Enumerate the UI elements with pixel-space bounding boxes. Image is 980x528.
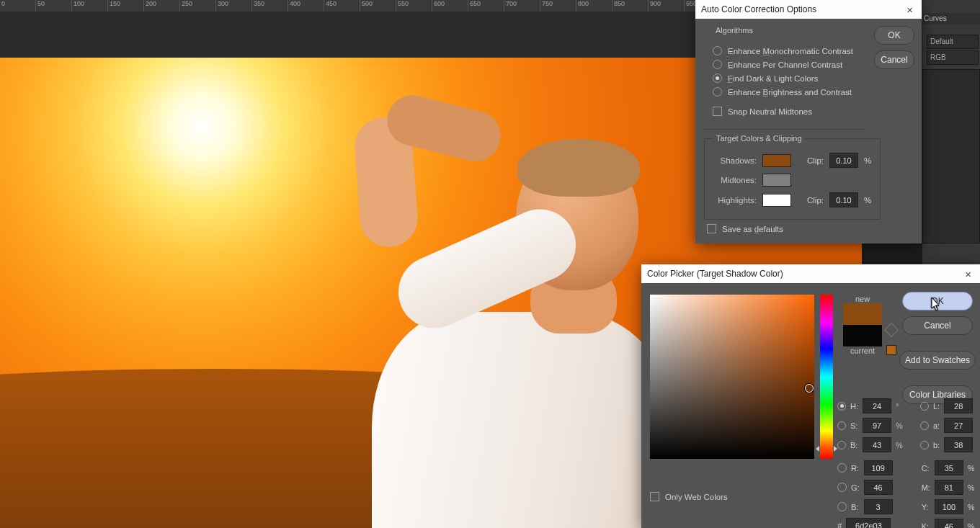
curves-preset-select[interactable]: Default bbox=[927, 35, 979, 49]
color-values-hsb-lab: H:° L: S:% a: B:% b: bbox=[837, 398, 973, 452]
ruler-tick: 700 bbox=[504, 0, 540, 12]
picker-titlebar[interactable]: Color Picker (Target Shadow Color) × bbox=[641, 264, 980, 283]
color-picker-dialog: Color Picker (Target Shadow Color) × new… bbox=[641, 264, 980, 528]
radio-blab[interactable] bbox=[920, 441, 929, 449]
save-defaults-label: Save as defaults bbox=[722, 225, 783, 233]
l-input[interactable] bbox=[944, 398, 973, 413]
radio-a[interactable] bbox=[920, 421, 929, 430]
ruler-tick: 600 bbox=[432, 0, 468, 12]
ruler-tick: 50 bbox=[36, 0, 72, 12]
shadows-swatch[interactable] bbox=[762, 154, 791, 167]
bv-input[interactable] bbox=[863, 437, 891, 452]
clip-label: Clip: bbox=[807, 156, 824, 165]
only-web-checkbox[interactable] bbox=[650, 492, 659, 501]
blab-input[interactable] bbox=[944, 437, 973, 452]
current-color-swatch[interactable] bbox=[843, 325, 882, 346]
bc-input[interactable] bbox=[864, 499, 893, 514]
cancel-button[interactable]: Cancel bbox=[902, 316, 973, 335]
auto-color-title: Auto Color Correction Options bbox=[701, 4, 816, 14]
highlights-label: Highlights: bbox=[713, 196, 757, 205]
picker-title: Color Picker (Target Shadow Color) bbox=[647, 269, 783, 279]
snap-midtones-label: Snap Neutral Midtones bbox=[728, 107, 812, 116]
hex-input[interactable] bbox=[846, 518, 891, 528]
targets-legend: Target Colors & Clipping bbox=[713, 134, 805, 143]
opt-perchan-label: Enhance Per Channel Contrast bbox=[728, 61, 842, 69]
r-input[interactable] bbox=[864, 460, 893, 475]
curves-channel-select[interactable]: RGB bbox=[927, 50, 979, 65]
auto-color-dialog: Auto Color Correction Options × OK Cance… bbox=[695, 0, 922, 243]
radio-s[interactable] bbox=[837, 421, 846, 430]
radio-brightness[interactable] bbox=[713, 87, 722, 97]
s-input[interactable] bbox=[863, 418, 891, 433]
auto-color-titlebar[interactable]: Auto Color Correction Options × bbox=[695, 0, 922, 19]
algorithms-legend: Algorithms bbox=[713, 26, 756, 35]
opt-find-label: Find Dark & Light Colors bbox=[728, 74, 818, 83]
hash-label: # bbox=[837, 522, 842, 529]
k-input[interactable] bbox=[935, 519, 963, 528]
radio-l[interactable] bbox=[920, 402, 929, 411]
radio-bc[interactable] bbox=[837, 502, 847, 511]
ruler-tick: 850 bbox=[612, 0, 649, 12]
opt-mono-label: Enhance Monochromatic Contrast bbox=[728, 47, 853, 55]
clip-label-2: Clip: bbox=[807, 196, 824, 205]
g-input[interactable] bbox=[864, 480, 893, 495]
curves-graph[interactable] bbox=[922, 69, 980, 243]
radio-g[interactable] bbox=[837, 483, 847, 492]
ruler-tick: 300 bbox=[216, 0, 252, 12]
m-input[interactable] bbox=[935, 480, 963, 495]
midtones-label: Midtones: bbox=[713, 176, 757, 184]
ruler-tick: 900 bbox=[649, 0, 685, 12]
midtones-swatch[interactable] bbox=[762, 174, 791, 187]
ruler-tick: 500 bbox=[360, 0, 396, 12]
radio-h[interactable] bbox=[837, 402, 846, 411]
saturation-brightness-field[interactable] bbox=[650, 295, 814, 459]
opt-bright-label: Enhance Brightness and Contrast bbox=[728, 88, 852, 97]
c-input[interactable] bbox=[935, 460, 963, 475]
cancel-button[interactable]: Cancel bbox=[874, 50, 914, 69]
ruler-tick: 150 bbox=[108, 0, 144, 12]
ruler-tick: 400 bbox=[288, 0, 324, 12]
radio-r[interactable] bbox=[837, 463, 847, 473]
clip-highlights-input[interactable] bbox=[829, 192, 858, 207]
close-icon[interactable]: × bbox=[904, 4, 916, 16]
hue-arrow-left-icon bbox=[816, 446, 819, 452]
add-to-swatches-button[interactable]: Add to Swatches bbox=[899, 351, 976, 370]
ok-button[interactable]: OK bbox=[874, 26, 914, 45]
a-input[interactable] bbox=[944, 418, 973, 433]
radio-b[interactable] bbox=[837, 441, 846, 449]
pct-label-2: % bbox=[864, 196, 871, 205]
radio-mono[interactable] bbox=[713, 46, 722, 55]
only-web-label: Only Web Colors bbox=[665, 493, 728, 501]
shadows-label: Shadows: bbox=[713, 156, 757, 165]
ruler-tick: 250 bbox=[180, 0, 216, 12]
clip-shadows-input[interactable] bbox=[829, 153, 858, 168]
ruler-tick: 350 bbox=[252, 0, 288, 12]
curves-panel-tab[interactable]: Curves bbox=[919, 13, 980, 24]
close-icon[interactable]: × bbox=[962, 268, 974, 280]
gamut-warning-icon[interactable] bbox=[884, 323, 899, 337]
radio-find-darklight[interactable] bbox=[713, 73, 722, 83]
new-color-swatch bbox=[843, 303, 882, 325]
radio-perchannel[interactable] bbox=[713, 60, 722, 69]
snap-midtones-checkbox[interactable] bbox=[713, 107, 722, 116]
ruler-tick: 800 bbox=[576, 0, 612, 12]
ruler-tick: 200 bbox=[144, 0, 180, 12]
current-label: current bbox=[843, 346, 882, 355]
ok-button[interactable]: OK bbox=[902, 292, 973, 310]
highlights-swatch[interactable] bbox=[762, 194, 791, 207]
ruler-tick: 550 bbox=[396, 0, 432, 12]
h-input[interactable] bbox=[863, 398, 891, 413]
pct-label: % bbox=[864, 156, 871, 165]
ruler-tick: 0 bbox=[0, 0, 36, 12]
ruler-tick: 450 bbox=[324, 0, 360, 12]
ruler-tick: 750 bbox=[540, 0, 576, 12]
save-defaults-checkbox[interactable] bbox=[707, 224, 716, 233]
ruler-tick: 100 bbox=[72, 0, 108, 12]
hue-slider[interactable] bbox=[820, 295, 833, 459]
sat-cursor[interactable] bbox=[805, 384, 814, 393]
websafe-swatch[interactable] bbox=[886, 345, 896, 355]
new-label: new bbox=[843, 295, 882, 303]
ruler-tick: 650 bbox=[468, 0, 504, 12]
y-input[interactable] bbox=[935, 499, 963, 514]
